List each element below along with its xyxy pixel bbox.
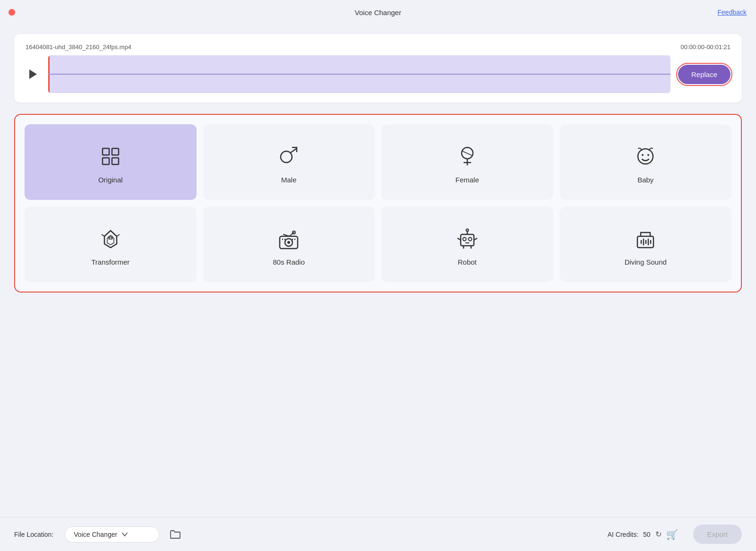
cart-icon[interactable]: 🛒: [666, 529, 678, 540]
svg-point-28: [468, 237, 472, 241]
effect-baby-label: Baby: [637, 176, 653, 184]
video-filename: 16404081-uhd_3840_2160_24fps.mp4: [26, 43, 131, 51]
video-track-row: Replace: [26, 55, 730, 93]
play-icon: [29, 69, 37, 79]
transformer-icon: [98, 226, 123, 251]
export-button[interactable]: Export: [693, 525, 742, 544]
original-icon: [98, 144, 123, 169]
ai-credits: AI Credits: 50 ↻ 🛒: [608, 529, 678, 540]
effect-radio-label: 80s Radio: [273, 258, 305, 266]
effect-female[interactable]: Female: [381, 124, 553, 200]
open-folder-button[interactable]: [167, 526, 184, 543]
svg-point-10: [638, 149, 653, 164]
svg-point-11: [642, 154, 644, 156]
robot-icon: [455, 226, 480, 251]
play-button[interactable]: [26, 67, 41, 82]
effect-diving-label: Diving Sound: [625, 258, 667, 266]
svg-line-5: [291, 148, 297, 153]
svg-rect-2: [103, 158, 109, 164]
video-track-card: 16404081-uhd_3840_2160_24fps.mp4 00:00:0…: [14, 34, 742, 103]
file-location-select[interactable]: Voice Changer: [65, 526, 159, 542]
effect-baby[interactable]: Baby: [560, 124, 732, 200]
effect-female-label: Female: [455, 176, 479, 184]
effect-transformer[interactable]: Transformer: [25, 207, 197, 282]
svg-line-13: [102, 234, 104, 236]
svg-point-20: [287, 241, 290, 244]
svg-point-12: [647, 154, 649, 156]
male-icon: [276, 144, 301, 169]
feedback-link[interactable]: Feedback: [718, 9, 747, 16]
effect-original[interactable]: Original: [25, 124, 197, 200]
svg-line-14: [117, 234, 120, 236]
baby-icon: [633, 144, 658, 169]
effect-80s-radio[interactable]: 80s Radio: [203, 207, 375, 282]
svg-line-9: [463, 151, 472, 155]
effect-male-label: Male: [281, 176, 297, 184]
waveform-bar: [48, 74, 670, 75]
video-track-meta: 16404081-uhd_3840_2160_24fps.mp4 00:00:0…: [26, 43, 730, 51]
folder-value: Voice Changer: [74, 531, 117, 538]
titlebar: Voice Changer Feedback: [0, 0, 756, 25]
svg-point-31: [466, 229, 468, 231]
effects-grid: Original Male: [25, 124, 731, 282]
female-icon: [455, 144, 480, 169]
svg-point-27: [463, 237, 466, 241]
folder-icon: [170, 530, 180, 539]
radio-icon: [276, 226, 301, 251]
file-location-label: File Location:: [14, 531, 53, 538]
svg-rect-0: [103, 148, 109, 155]
close-button[interactable]: [9, 9, 15, 16]
svg-point-4: [281, 151, 292, 163]
ai-credits-value: 50: [643, 531, 651, 538]
effect-transformer-label: Transformer: [91, 258, 129, 266]
ai-credits-label: AI Credits:: [608, 531, 638, 538]
effects-panel: Original Male: [14, 114, 742, 293]
svg-point-16: [109, 237, 110, 238]
effect-robot-label: Robot: [458, 258, 477, 266]
replace-button[interactable]: Replace: [678, 65, 730, 84]
effect-diving-sound[interactable]: Diving Sound: [560, 207, 732, 282]
app-title: Voice Changer: [355, 9, 401, 17]
effect-male[interactable]: Male: [203, 124, 375, 200]
diving-icon: [633, 226, 658, 251]
svg-rect-3: [112, 158, 119, 164]
refresh-icon[interactable]: ↻: [655, 530, 662, 539]
bottom-bar: File Location: Voice Changer AI Credits:…: [0, 517, 756, 551]
svg-rect-1: [112, 148, 119, 155]
svg-point-17: [111, 237, 112, 238]
effect-original-label: Original: [98, 176, 123, 184]
effect-robot[interactable]: Robot: [381, 207, 553, 282]
waveform: [48, 55, 670, 93]
chevron-down-icon: [122, 533, 128, 536]
main-content: 16404081-uhd_3840_2160_24fps.mp4 00:00:0…: [0, 25, 756, 302]
video-duration: 00:00:00-00:01:21: [680, 43, 730, 51]
